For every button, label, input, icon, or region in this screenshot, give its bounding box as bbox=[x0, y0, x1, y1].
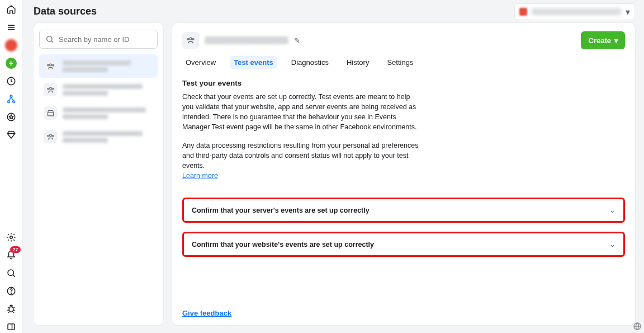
notification-badge: 27 bbox=[10, 246, 20, 253]
tab-settings[interactable]: Settings bbox=[383, 56, 416, 69]
chevron-down-icon: ▾ bbox=[626, 7, 630, 17]
search-input[interactable] bbox=[39, 30, 158, 49]
account-name-redacted bbox=[532, 8, 621, 15]
bell-icon[interactable]: 27 bbox=[5, 249, 17, 261]
svg-point-4 bbox=[7, 101, 10, 103]
audience-icon bbox=[44, 83, 57, 96]
svg-point-16 bbox=[47, 36, 52, 41]
svg-point-12 bbox=[11, 293, 11, 293]
panel-icon[interactable] bbox=[5, 321, 17, 333]
chevron-down-icon: ⌄ bbox=[609, 240, 615, 248]
svg-point-26 bbox=[52, 135, 54, 137]
svg-point-25 bbox=[47, 135, 49, 137]
svg-point-28 bbox=[187, 39, 189, 40]
svg-line-17 bbox=[51, 41, 53, 43]
brand-square-icon bbox=[519, 8, 527, 16]
svg-point-8 bbox=[10, 236, 12, 239]
main-content-panel: ✎ Create▾ Overview Test events Diagnosti… bbox=[172, 23, 635, 325]
diamond-icon[interactable] bbox=[5, 129, 17, 141]
svg-point-22 bbox=[47, 88, 49, 90]
left-nav-rail: + 27 bbox=[0, 0, 22, 333]
section-title: Test your events bbox=[182, 79, 625, 87]
svg-rect-14 bbox=[8, 324, 15, 330]
accordion-title: Confirm that your website's events are s… bbox=[192, 241, 374, 248]
svg-point-27 bbox=[190, 37, 192, 40]
audience-icon bbox=[182, 32, 199, 49]
storefront-icon bbox=[44, 106, 57, 120]
audience-icon bbox=[44, 59, 57, 73]
svg-point-19 bbox=[47, 64, 49, 66]
data-source-item-4[interactable] bbox=[39, 125, 158, 148]
pencil-icon[interactable]: ✎ bbox=[294, 36, 300, 45]
gear-icon[interactable] bbox=[5, 231, 17, 243]
home-icon[interactable] bbox=[5, 3, 17, 16]
avatar[interactable] bbox=[5, 39, 17, 51]
search-field[interactable] bbox=[59, 35, 151, 44]
svg-point-13 bbox=[9, 307, 13, 312]
create-button-label: Create bbox=[589, 36, 611, 45]
svg-point-29 bbox=[192, 39, 194, 40]
tab-overview[interactable]: Overview bbox=[182, 56, 219, 69]
accordion-website-events[interactable]: Confirm that your website's events are s… bbox=[182, 232, 625, 257]
search-icon bbox=[45, 35, 54, 44]
clock-icon[interactable] bbox=[5, 75, 17, 87]
svg-point-23 bbox=[52, 88, 54, 90]
tab-diagnostics[interactable]: Diagnostics bbox=[288, 56, 332, 69]
paragraph-2: Any data processing restrictions resulti… bbox=[182, 140, 423, 181]
data-source-item-1[interactable] bbox=[39, 54, 158, 78]
tab-history[interactable]: History bbox=[343, 56, 372, 69]
dataset-title-redacted bbox=[205, 36, 288, 44]
account-picker[interactable]: ▾ bbox=[514, 3, 635, 20]
star-icon[interactable] bbox=[5, 111, 17, 123]
page-body: Data sources ▾ bbox=[22, 0, 644, 333]
audience-icon bbox=[44, 130, 57, 143]
plus-icon[interactable]: + bbox=[5, 57, 17, 69]
svg-line-10 bbox=[13, 275, 15, 277]
search-icon[interactable] bbox=[5, 267, 17, 279]
help-icon[interactable] bbox=[5, 285, 17, 297]
create-button[interactable]: Create▾ bbox=[581, 31, 625, 49]
tab-bar: Overview Test events Diagnostics History… bbox=[182, 54, 625, 71]
share-icon[interactable] bbox=[5, 93, 17, 105]
give-feedback-link[interactable]: Give feedback bbox=[182, 309, 625, 317]
svg-point-21 bbox=[49, 87, 51, 90]
svg-point-6 bbox=[10, 95, 12, 97]
globe-icon[interactable] bbox=[633, 322, 642, 331]
svg-point-5 bbox=[12, 101, 15, 103]
chevron-down-icon: ▾ bbox=[614, 36, 618, 45]
chevron-down-icon: ⌄ bbox=[609, 206, 615, 214]
svg-point-18 bbox=[49, 64, 51, 66]
svg-point-9 bbox=[8, 270, 14, 276]
bug-icon[interactable] bbox=[5, 303, 17, 315]
menu-icon[interactable] bbox=[5, 21, 17, 34]
accordion-server-events[interactable]: Confirm that your server's events are se… bbox=[182, 198, 625, 223]
learn-more-link[interactable]: Learn more bbox=[182, 172, 218, 180]
svg-point-20 bbox=[52, 64, 54, 66]
svg-point-24 bbox=[49, 134, 51, 137]
paragraph-1: Check that your events are set up correc… bbox=[182, 92, 423, 133]
tab-test-events[interactable]: Test events bbox=[230, 56, 277, 69]
accordion-title: Confirm that your server's events are se… bbox=[192, 207, 370, 214]
data-source-item-2[interactable] bbox=[39, 78, 158, 101]
data-source-item-3[interactable] bbox=[39, 101, 158, 125]
data-source-list-panel bbox=[34, 23, 163, 325]
